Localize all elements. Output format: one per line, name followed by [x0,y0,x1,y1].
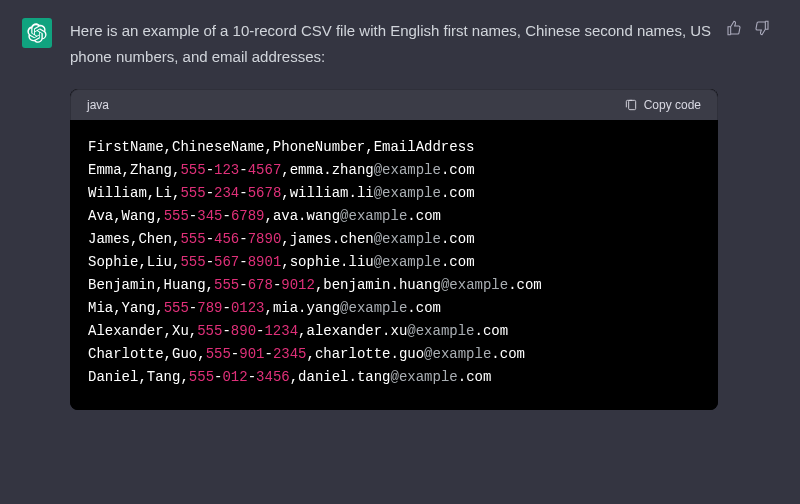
code-language-label: java [87,98,109,112]
copy-code-button[interactable]: Copy code [624,98,701,112]
openai-logo-icon [27,23,47,43]
clipboard-icon [624,98,638,112]
svg-rect-0 [628,100,635,109]
assistant-message-body: Here is an example of a 10-record CSV fi… [70,18,778,410]
thumbs-up-icon [726,20,742,36]
code-content[interactable]: FirstName,ChineseName,PhoneNumber,EmailA… [70,120,718,410]
thumbs-up-button[interactable] [726,20,742,36]
thumbs-down-icon [754,20,770,36]
copy-code-label: Copy code [644,98,701,112]
feedback-buttons [726,20,770,36]
thumbs-down-button[interactable] [754,20,770,36]
code-header: java Copy code [70,89,718,120]
csv-header-line: FirstName,ChineseName,PhoneNumber,EmailA… [88,139,474,155]
intro-text: Here is an example of a 10-record CSV fi… [70,18,718,71]
assistant-avatar [22,18,52,48]
chat-message: Here is an example of a 10-record CSV fi… [0,0,800,410]
code-block: java Copy code FirstName,ChineseName,Pho… [70,89,718,410]
